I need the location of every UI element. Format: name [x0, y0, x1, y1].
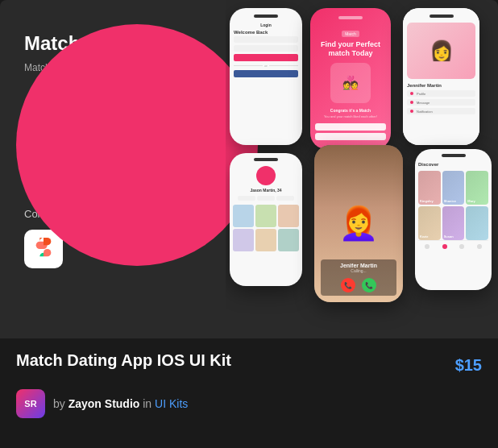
product-name: Match Dating App IOS UI Kit — [16, 351, 231, 370]
phone-profile: Jason Martin, 34 — [230, 153, 302, 286]
author-category[interactable]: UI Kits — [155, 397, 188, 410]
menu-row: Message — [407, 99, 475, 106]
phone-notch — [430, 15, 454, 18]
phone-notch — [442, 154, 466, 157]
discover-name: Susan — [444, 234, 454, 239]
photo — [255, 205, 276, 227]
discover-name: Kezie — [420, 234, 428, 239]
match-headline: Find your Perfect match Today — [315, 40, 386, 58]
product-price: $15 — [455, 356, 482, 375]
menu-row: Profile — [407, 90, 475, 97]
photo — [233, 205, 254, 227]
phone-profile-detail: 👩 Jennifer Martin Profile Message Notifi… — [403, 8, 479, 145]
phone-match: Match Find your Perfect match Today 💑 Co… — [310, 8, 391, 149]
discover-cell: Kingsley — [418, 171, 441, 205]
author-prefix: by — [53, 397, 68, 410]
nav-item — [459, 244, 464, 249]
photo — [278, 205, 299, 227]
input-field — [234, 36, 298, 43]
profile-tags — [233, 196, 299, 201]
send-message-btn — [315, 123, 386, 131]
profile-detail-photo: 👩 — [407, 23, 475, 79]
discover-cell — [466, 206, 488, 240]
phones-area: Login Welcome Back or Match Find your Pe… — [226, 0, 498, 338]
match-sub: You and your match liked each other! — [315, 114, 386, 118]
profile-avatar — [256, 166, 276, 185]
phone-notch — [338, 16, 363, 19]
photo — [233, 229, 254, 251]
bottom-nav — [418, 240, 488, 252]
login-button — [234, 54, 298, 61]
login-title: Login — [234, 23, 298, 27]
profile-name: Jason Martin, 34 — [233, 188, 299, 193]
divider: or — [234, 64, 298, 68]
discover-name: Mary — [467, 199, 475, 203]
decorative-circle — [16, 24, 258, 266]
nav-item-active — [442, 244, 447, 249]
figma-icon — [32, 238, 55, 260]
author-info: by Zayon Studio in UI Kits — [53, 397, 188, 410]
couple-avatar: 💑 — [330, 63, 371, 103]
nav-item — [425, 244, 430, 249]
menu-row: Notification — [407, 108, 475, 114]
bottom-bar: Match Dating App IOS UI Kit $15 SR by Za… — [0, 338, 498, 448]
profile-detail-menu: Profile Message Notification — [407, 90, 475, 114]
author-avatar: SR — [16, 389, 45, 418]
discover-name: Shanice — [444, 199, 456, 203]
phone-photo: 👩‍🦰 Jenifer Martin Calling... 📞 📞 — [314, 145, 403, 302]
welcome-text: Welcome Back — [234, 30, 298, 35]
author-in: in — [139, 397, 155, 410]
author-name[interactable]: Zayon Studio — [68, 397, 140, 410]
profile-tag — [257, 196, 275, 201]
author-row: SR by Zayon Studio in UI Kits — [16, 389, 482, 418]
discover-cell: Kezie — [418, 206, 441, 240]
photo — [278, 229, 299, 251]
phone-login: Login Welcome Back or — [230, 8, 302, 145]
profile-tag — [276, 196, 294, 201]
preview-card: Match App Ui Kit Match Social Dating App… — [0, 0, 498, 338]
discover-title: Discover — [418, 162, 488, 167]
phone-notch — [254, 158, 278, 161]
discover-cell: Shanice — [442, 171, 465, 205]
match-tag: Match — [342, 31, 359, 37]
discover-cell: Mary — [466, 171, 488, 205]
photo-person: 👩‍🦰 — [314, 145, 403, 302]
input-field — [234, 45, 298, 52]
discover-cell: Susan — [442, 206, 465, 240]
facebook-button — [234, 70, 298, 77]
discover-name: Kingsley — [420, 199, 434, 203]
profile-photos — [233, 205, 299, 251]
profile-detail-name: Jennifer Martin — [407, 83, 475, 88]
nav-item — [477, 244, 482, 249]
photo — [255, 229, 276, 251]
phone-notch — [254, 15, 278, 18]
profile-tag — [238, 196, 255, 201]
congrats-text: Congrats it's a Match — [315, 108, 386, 113]
keep-swiping-btn — [315, 133, 386, 140]
discover-grid: Kingsley Shanice Mary Kezie Susan — [418, 171, 488, 240]
phone-discover: Discover Kingsley Shanice Mary Kezie — [415, 149, 492, 290]
title-price-row: Match Dating App IOS UI Kit $15 — [16, 351, 482, 380]
